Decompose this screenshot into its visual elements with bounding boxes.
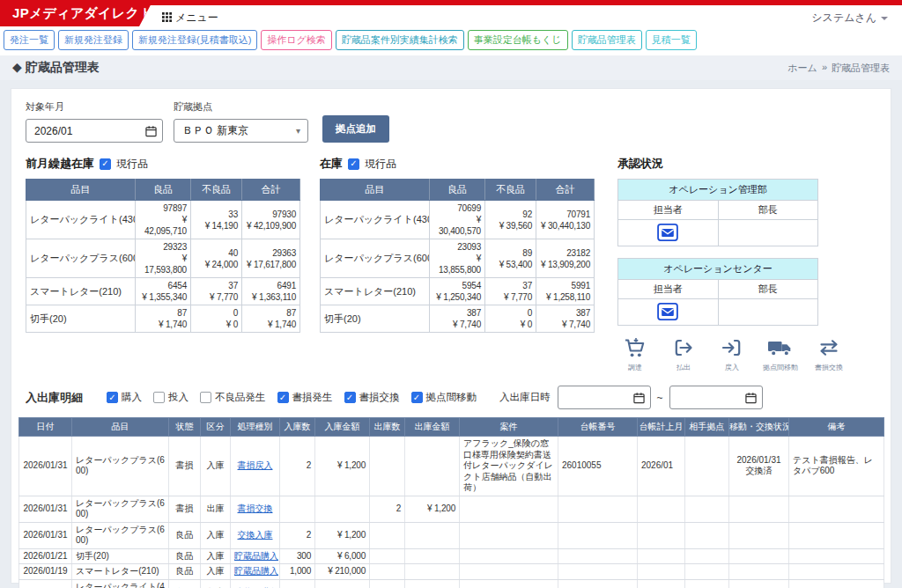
column-header: 良品	[430, 180, 485, 201]
detail-cell: 2	[280, 522, 315, 548]
detail-cell	[370, 437, 405, 496]
detail-cell	[729, 522, 789, 548]
detail-cell	[638, 496, 685, 522]
process-type-link[interactable]: 書損交換	[238, 503, 273, 513]
action-label: 戻入	[725, 363, 739, 372]
process-type-link[interactable]: 書損戻入	[238, 460, 273, 470]
detail-cell	[638, 522, 685, 548]
inventory-row: レターパックライト(430)97897¥ 42,095,71033¥ 14,19…	[26, 201, 300, 239]
process-type-link[interactable]: 貯蔵品購入	[234, 551, 278, 561]
date-to-input[interactable]	[670, 386, 762, 408]
truck-icon	[767, 337, 794, 361]
detail-cell: 入庫	[201, 548, 231, 564]
nav-button[interactable]: 発注一覧	[4, 30, 55, 50]
detail-row: 2026/01/19レターパックライト(430)良品入庫貯蔵品購入12,000¥…	[19, 579, 884, 588]
qty-amount-cell: 6491¥ 1,363,110	[242, 278, 300, 305]
process-type-link[interactable]: 貯蔵品購入	[234, 566, 278, 576]
qty-amount-cell: 29363¥ 17,617,800	[242, 239, 300, 278]
cart-icon	[624, 337, 647, 361]
inventory-row: レターパックライト(430)70699¥ 30,400,57092¥ 39,56…	[321, 201, 595, 239]
column-header: 合計	[242, 180, 300, 201]
detail-cell: 貯蔵品購入	[231, 564, 280, 580]
filter-checkbox-item[interactable]: ✓購入	[107, 391, 142, 404]
stock-current-checkbox[interactable]: ✓	[348, 158, 359, 170]
detail-cell: 1,000	[280, 564, 315, 580]
detail-cell: 書損	[169, 496, 201, 522]
send-mail-button[interactable]	[657, 303, 678, 320]
detail-cell	[460, 496, 558, 522]
procurement-button[interactable]: 調達	[617, 337, 653, 372]
detail-cell	[460, 548, 558, 564]
detail-cell: 2026/01/31	[19, 496, 72, 522]
checkbox[interactable]: ✓	[107, 392, 118, 403]
detail-cell	[558, 564, 638, 580]
target-month-input[interactable]	[26, 120, 162, 142]
nav-button[interactable]: 貯蔵品管理表	[572, 30, 642, 50]
filter-checkbox-item[interactable]: ✓書損発生	[277, 391, 333, 404]
column-header: 移動・交換状況	[729, 418, 789, 437]
stock-table: 品目良品不良品合計 レターパックライト(430)70699¥ 30,400,57…	[320, 179, 595, 333]
filter-checkbox-item[interactable]: 不良品発生	[200, 391, 266, 404]
detail-filters: ✓購入投入不良品発生✓書損発生✓書損交換✓拠点間移動	[107, 391, 477, 404]
qty-amount-cell: 5954¥ 1,250,340	[430, 278, 485, 305]
detail-cell: 書損	[169, 437, 201, 496]
checkbox-label: 拠点間移動	[426, 391, 477, 404]
detail-cell	[729, 564, 789, 580]
add-site-button[interactable]: 拠点追加	[322, 115, 389, 143]
detail-cell	[638, 579, 685, 588]
detail-cell	[558, 496, 638, 522]
nav-button[interactable]: 見積一覧	[646, 30, 697, 50]
filter-checkbox-item[interactable]: ✓拠点間移動	[411, 391, 477, 404]
item-name: スマートレター(210)	[26, 278, 136, 305]
action-label: 調達	[628, 363, 642, 372]
filter-checkbox-item[interactable]: ✓書損交換	[344, 391, 400, 404]
nav-button[interactable]: 新規発注登録	[58, 30, 129, 50]
date-from-input[interactable]	[558, 386, 650, 408]
nav-button[interactable]: 事業設定台帳もくじ	[468, 30, 568, 50]
column-header: 相手拠点	[685, 418, 729, 437]
breadcrumb-home-link[interactable]: ホーム	[787, 62, 817, 75]
carryover-table: 品目良品不良品合計 レターパックライト(430)97897¥ 42,095,71…	[26, 179, 300, 333]
menu-label: メニュー	[175, 11, 218, 26]
checkbox[interactable]	[200, 392, 211, 403]
filter-checkbox-item[interactable]: 投入	[153, 391, 189, 404]
process-type-link[interactable]: 交換入庫	[238, 530, 273, 540]
damaged-exchange-button[interactable]: 書損交換	[811, 337, 847, 372]
nav-button[interactable]: 貯蔵品案件別実績集計検索	[336, 30, 464, 50]
carryover-current-checkbox[interactable]: ✓	[100, 158, 111, 170]
detail-cell	[789, 564, 884, 580]
checkbox[interactable]: ✓	[411, 392, 423, 403]
payout-button[interactable]: 払出	[666, 337, 701, 372]
checkbox[interactable]: ✓	[344, 392, 356, 403]
detail-cell	[460, 522, 558, 548]
chevron-down-icon	[881, 17, 888, 24]
detail-cell	[789, 548, 884, 564]
nav-button[interactable]: 新規発注登録(見積書取込)	[132, 30, 257, 50]
qty-amount-cell: 29323¥ 17,593,800	[136, 239, 191, 278]
item-name: レターパックライト(430)	[321, 201, 430, 239]
return-button[interactable]: 戻入	[714, 337, 750, 372]
detail-cell: 良品	[169, 522, 201, 548]
detail-cell: 2	[280, 437, 315, 496]
date-range-label: 入出庫日時	[499, 391, 551, 404]
brand-logo[interactable]: JPメディアダイレクト	[0, 0, 153, 26]
storage-site-value: ＢＰＯ 新東京	[182, 123, 248, 138]
detail-cell	[789, 579, 884, 588]
nav-button[interactable]: 操作ログ検索	[261, 30, 332, 50]
menu-button[interactable]: メニュー	[162, 11, 218, 26]
item-name: レターパックプラス(600)	[26, 239, 136, 278]
detail-cell	[685, 579, 729, 588]
approval-empty-cell	[718, 220, 818, 246]
storage-site-select[interactable]: ＢＰＯ 新東京 ▾	[174, 119, 308, 143]
user-menu[interactable]: システムさん	[811, 11, 888, 26]
checkbox[interactable]	[153, 392, 165, 403]
detail-title: 入出庫明細	[26, 390, 107, 406]
detail-cell: 貯蔵品購入	[231, 579, 280, 588]
detail-cell	[370, 579, 405, 588]
send-mail-button[interactable]	[657, 224, 678, 241]
site-transfer-button[interactable]: 拠点間移動	[763, 337, 798, 372]
detail-cell: ¥ 1,200	[315, 437, 370, 496]
qty-amount-cell: 70791¥ 30,440,130	[536, 201, 595, 239]
checkbox[interactable]: ✓	[277, 392, 289, 403]
breadcrumb: ホーム » 貯蔵品管理表	[787, 62, 890, 75]
